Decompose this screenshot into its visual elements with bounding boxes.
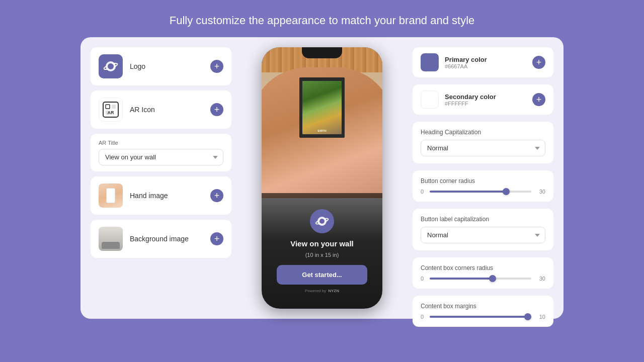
svg-point-2 [108,63,114,69]
secondary-color-label: Secondary color [445,93,526,101]
heading-cap-label: Heading Capitalization [421,129,545,136]
content-box-corners-max: 30 [535,276,545,282]
content-box-corners-label: Content box corners radius [421,264,545,272]
button-corner-max: 30 [535,189,545,195]
ar-icon-container: AR [99,98,123,122]
button-corner-label: Button corner radius [421,177,545,185]
logo-setting-card: Logo + [91,47,231,85]
button-corner-min: 0 [421,189,426,195]
ar-icon-setting-card: AR AR Icon + [91,90,231,129]
background-image-thumbnail [99,227,123,251]
phone-notch [302,47,342,58]
content-box-margins-section: Content box margins 0 10 [413,296,553,327]
content-box-margins-max: 10 [535,314,545,320]
background-image-setting-card: Background image + [91,220,231,258]
svg-rect-4 [106,105,110,109]
get-started-button[interactable]: Get started... [277,265,367,285]
primary-color-row: Primary color #6667AA + [413,47,553,77]
brand-name: NYZN [328,289,339,293]
secondary-color-row: Secondary color #FFFFFF + [413,84,553,115]
right-panel: Primary color #6667AA + Secondary color … [413,47,553,327]
logo-icon-container [99,54,123,78]
phone-dimensions: (10 in x 15 in) [305,252,339,258]
painting-frame: EARTH [299,77,345,138]
page-title: Fully customize the appearance to match … [170,14,475,27]
logo-add-button[interactable]: + [210,60,223,73]
ar-title-label: AR Title [99,140,223,146]
content-box-margins-label: Content box margins [421,303,545,310]
heading-cap-select[interactable]: Normal [421,140,545,156]
content-box-corners-fill [430,278,493,280]
svg-point-10 [319,219,325,224]
painting-text: EARTH [302,129,342,132]
background-image-label: Background image [130,235,203,243]
primary-color-info: Primary color #6667AA [445,56,526,69]
center-panel: EARTH View on your wall (10 in x 15 [242,47,403,309]
content-box-margins-slider-row: 0 10 [421,314,545,320]
secondary-color-add-button[interactable]: + [532,93,545,106]
content-box-corners-slider-row: 0 30 [421,276,545,282]
background-image-add-button[interactable]: + [210,232,223,245]
ar-icon-label: AR Icon [130,106,203,114]
content-box-margins-thumb[interactable] [524,313,531,320]
hand-image-setting-card: Hand image + [91,176,231,215]
hand-phone-mini-icon [106,188,115,203]
primary-color-label: Primary color [445,56,526,63]
button-corner-slider-row: 0 30 [421,189,545,195]
phone-logo-circle [310,209,334,233]
button-label-cap-section: Button label capitalization Normal [413,209,553,250]
ar-icon-add-button[interactable]: + [210,103,223,116]
secondary-color-info: Secondary color #FFFFFF [445,93,526,107]
svg-rect-5 [112,105,116,109]
button-label-cap-label: Button label capitalization [421,216,545,223]
primary-color-swatch [421,53,439,71]
phone-mockup: EARTH View on your wall (10 in x 15 [262,47,382,309]
powered-by: Powered by NYZN [305,289,339,293]
sofa-icon [102,242,120,249]
button-corner-section: Button corner radius 0 30 [413,170,553,202]
content-box-margins-track[interactable] [430,316,531,318]
content-box-corners-min: 0 [421,276,426,282]
button-corner-thumb[interactable] [503,188,510,195]
phone-screen: EARTH View on your wall (10 in x 15 [262,47,382,309]
ar-title-select[interactable]: View on your wall [99,149,223,165]
hand-image-thumbnail [99,184,123,208]
left-panel: Logo + AR AR Icon + AR Title View on you… [91,47,231,258]
logo-planet-icon [103,59,118,74]
content-box-margins-min: 0 [421,314,426,320]
powered-by-text: Powered by [305,289,326,293]
painting-inner: EARTH [302,81,342,134]
content-box-corners-thumb[interactable] [489,275,496,282]
heading-cap-section: Heading Capitalization Normal [413,122,553,163]
phone-ar-background: EARTH [262,47,382,198]
primary-color-add-button[interactable]: + [532,56,545,69]
phone-planet-icon [315,214,329,228]
phone-view-title: View on your wall [290,239,354,248]
secondary-color-swatch [421,90,439,109]
ar-icon-svg: AR [102,101,120,119]
button-label-cap-select[interactable]: Normal [421,227,545,243]
ar-title-section: AR Title View on your wall [91,134,231,171]
content-box-corners-section: Content box corners radius 0 30 [413,257,553,289]
button-corner-fill [430,191,506,193]
svg-text:AR: AR [108,110,114,115]
hand-image-label: Hand image [130,192,203,200]
hand-image-add-button[interactable]: + [210,189,223,202]
secondary-color-hex: #FFFFFF [445,101,526,107]
content-box-corners-track[interactable] [430,278,531,280]
main-card: Logo + AR AR Icon + AR Title View on you… [80,37,564,319]
button-corner-track[interactable] [430,191,531,193]
primary-color-hex: #6667AA [445,63,526,69]
logo-label: Logo [130,62,203,70]
content-box-margins-fill [430,316,531,318]
phone-bottom-section: View on your wall (10 in x 15 in) Get st… [262,193,382,309]
